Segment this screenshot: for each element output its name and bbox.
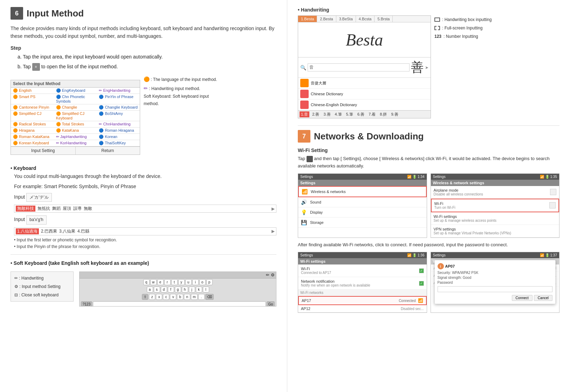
kbd-row-2: a s d f g h j k l bbox=[80, 286, 276, 293]
hw-bottom-item-4[interactable]: 4.筆 bbox=[334, 111, 343, 117]
hw-result-item[interactable]: Chinese-English Dictionary bbox=[298, 99, 431, 110]
keyboard-desc: You could input multi-languages through … bbox=[14, 172, 276, 180]
section6-header: 6 Input Method bbox=[11, 7, 276, 20]
wifi-toggle[interactable] bbox=[549, 202, 556, 208]
fullscreen-icon bbox=[434, 26, 440, 30]
wifi-screens-row1: Settings 📶 🔋 1:34 Settings 📶 Wireless & … bbox=[298, 173, 559, 238]
bar2-highlight: 1.八仙過海 bbox=[16, 228, 39, 234]
hw-chinese-char: 善 bbox=[411, 59, 424, 76]
hw-search-input[interactable]: 音 bbox=[308, 63, 410, 71]
divider2 bbox=[298, 125, 559, 126]
screen2-header: Settings 📶 🔋 1:35 bbox=[431, 174, 559, 180]
wifi-text-label: Wi-Fi bbox=[434, 201, 548, 206]
vpn-text: VPN settings bbox=[434, 227, 557, 231]
info-icon: i bbox=[438, 263, 444, 269]
hw-tab-3[interactable]: 3.BeSta bbox=[336, 16, 356, 22]
keyboard-section: • Keyboard You could input multi-languag… bbox=[11, 165, 276, 250]
section7-header: 7 Networks & Downloading bbox=[298, 130, 559, 143]
airplane-toggle[interactable] bbox=[550, 189, 556, 195]
wifi-settings-sub: Set up & manage wireless access points bbox=[434, 219, 557, 222]
screen1-title: Settings bbox=[298, 180, 427, 186]
dialog-password-input[interactable] bbox=[438, 286, 553, 292]
wifi-item-vpn[interactable]: VPN settings Set up & manage Virtual Pri… bbox=[431, 225, 559, 238]
hw-result-item[interactable]: 音捷大層 bbox=[298, 78, 431, 89]
step-label: Step bbox=[11, 45, 276, 51]
display-text: Display bbox=[310, 210, 424, 214]
hw-bullet: • Handwriting bbox=[298, 7, 559, 13]
status-icons4: 📶 🔋 bbox=[540, 253, 549, 257]
section7-container: 7 Networks & Downloading Wi-Fi Setting T… bbox=[298, 130, 559, 313]
hw-tab-4[interactable]: 4.Bcsta bbox=[356, 16, 375, 22]
table-row: 🟠 Hiragana 🟠 KataKana 🔵 Roman Hiragana bbox=[11, 128, 140, 134]
hw-tab-1[interactable]: 1.Besta bbox=[298, 16, 317, 22]
input-row2: Input ba'x'g'h bbox=[14, 214, 276, 226]
hw-bottom-item-7[interactable]: 7.着 bbox=[367, 111, 377, 117]
wifi-item-wifi[interactable]: Wi-Fi Turn on Wi-Fi bbox=[431, 199, 559, 212]
screen4-header: Settings 📶 🔋 1:37 bbox=[431, 252, 559, 258]
screen3-notification[interactable]: Network notification Notify me when an o… bbox=[298, 277, 427, 290]
hw-bottom-item-9[interactable]: 9.善 bbox=[390, 111, 400, 117]
kbd-row-4: ?123 Go bbox=[80, 301, 276, 307]
menu-icon bbox=[307, 156, 313, 162]
wifi-screen1: Settings 📶 🔋 1:34 Settings 📶 Wireless & … bbox=[298, 173, 427, 238]
ap17-status: Connected bbox=[399, 299, 416, 303]
hw-bottom-bar: 1.音 2.善 3.善 4.筆 5.筆 6.善 7.着 8.拼 9.善 bbox=[298, 110, 431, 118]
hw-bottom-item-1[interactable]: 1.音 bbox=[300, 111, 309, 117]
result-icon bbox=[300, 90, 309, 98]
hw-bottom-item-8[interactable]: 8.拼 bbox=[378, 111, 388, 117]
ap12-name: AP12 bbox=[301, 307, 399, 311]
hw-bottom-item-6[interactable]: 6.善 bbox=[356, 111, 366, 117]
handwriting-section: • Handwriting 1.Besta 2.Besta 3.BeSta 4.… bbox=[298, 7, 559, 118]
keyboard-title: Keyboard bbox=[14, 165, 36, 171]
hw-canvas: Besta bbox=[298, 22, 431, 57]
wifi-item-wireless[interactable]: 📶 Wireless & networks bbox=[298, 186, 427, 197]
input-setting-btn[interactable]: Input Setting bbox=[11, 147, 76, 154]
hw-tab-5[interactable]: 5.Brsta bbox=[375, 16, 393, 22]
wifi-item-wifi-settings[interactable]: Wi-Fi settings Set up & manage wireless … bbox=[431, 212, 559, 225]
wifi-item-display[interactable]: 💡 Display bbox=[298, 207, 427, 218]
wifi-item-sound[interactable]: 🔊 Sound bbox=[298, 197, 427, 207]
dialog-connect-btn[interactable]: Connect bbox=[512, 295, 533, 301]
ap17-item[interactable]: AP17 Connected 📶 bbox=[298, 296, 427, 305]
intro-text: The device provides many kinds of input … bbox=[11, 25, 276, 40]
hw-device-wrap: 1.Besta 2.Besta 3.BeSta 4.Bcsta 5.Brsta … bbox=[298, 15, 559, 118]
section6-title: Input Method bbox=[27, 8, 84, 19]
wifi-screen2: Settings 📶 🔋 1:35 Wireless & network set… bbox=[431, 173, 560, 238]
hw-bottom-item-2[interactable]: 2.善 bbox=[311, 111, 321, 117]
soft-keyboard-title: Soft Keyboard (take English soft keyboar… bbox=[14, 260, 149, 266]
for-example: For example: Smart Phonetic Symbols, Pin… bbox=[14, 183, 276, 190]
dialog-cancel-btn[interactable]: Cancel bbox=[534, 295, 552, 301]
keyboard-icon1: ✏ bbox=[266, 273, 269, 277]
hw-tabs: 1.Besta 2.Besta 3.BeSta 4.Bcsta 5.Brsta bbox=[298, 16, 431, 22]
airplane-sub: Disable all wireless connections bbox=[434, 192, 548, 196]
hw-result-item[interactable]: Chinese Dictionary bbox=[298, 89, 431, 99]
ap12-item[interactable]: AP12 Disabled sec... bbox=[298, 305, 427, 312]
screen3-wifi-toggle[interactable]: Wi-Fi Connected to AP17 ✓ bbox=[298, 264, 427, 277]
input-bar2: 1.八仙過海 2.巴西果 3.八仙果 4.巴縣 ▶ bbox=[14, 227, 276, 235]
vpn-sub: Set up & manage Virtual Private Networks… bbox=[434, 231, 557, 235]
keyboard-image: ✏ ⚙ q w e r t y u i o p bbox=[79, 271, 276, 307]
wifi-subtitle: Wi-Fi Setting bbox=[298, 147, 559, 153]
return-btn[interactable]: Return bbox=[76, 147, 140, 154]
step-a: a. Tap the input area, the input keyboar… bbox=[18, 53, 276, 61]
storage-text: Storage bbox=[310, 220, 424, 225]
section7-title: Networks & Downloading bbox=[314, 131, 424, 142]
wifi-item-airplane[interactable]: Airplane mode Disable all wireless conne… bbox=[431, 186, 559, 199]
wifi-after-text: After finding available Wi-Fi networks, … bbox=[298, 241, 559, 249]
legend-soft-keyboard: Soft Keyboard: Soft keyboard input metho… bbox=[144, 93, 221, 108]
box-icon bbox=[434, 18, 440, 22]
hw-bottom-item-3[interactable]: 3.善 bbox=[322, 111, 332, 117]
airplane-text: Airplane mode bbox=[434, 188, 548, 192]
hw-search-row: 🔍 音 善 ➤ bbox=[298, 57, 431, 78]
result-icon bbox=[300, 101, 309, 109]
kbd-row-1: q w e r t y u i o p bbox=[80, 278, 276, 286]
hw-bottom-item-5[interactable]: 5.筆 bbox=[345, 111, 355, 117]
wifi-text: Tap and then tap [ Settings], choose [ W… bbox=[298, 155, 559, 170]
soft-keyboard-content: ✏ : Handwriting ⚙ : Input method Setting… bbox=[11, 271, 276, 307]
kbd-row-3: ⇧ z x c v b n m . ⌫ bbox=[80, 293, 276, 301]
legend-setting-item: ⚙ : Input method Setting bbox=[14, 282, 70, 291]
wifi-item-storage[interactable]: 💾 Storage bbox=[298, 218, 427, 228]
section7-number: 7 bbox=[298, 130, 310, 143]
hw-tab-2[interactable]: 2.Besta bbox=[317, 16, 336, 22]
left-column: 6 Input Method The device provides many … bbox=[0, 0, 287, 392]
